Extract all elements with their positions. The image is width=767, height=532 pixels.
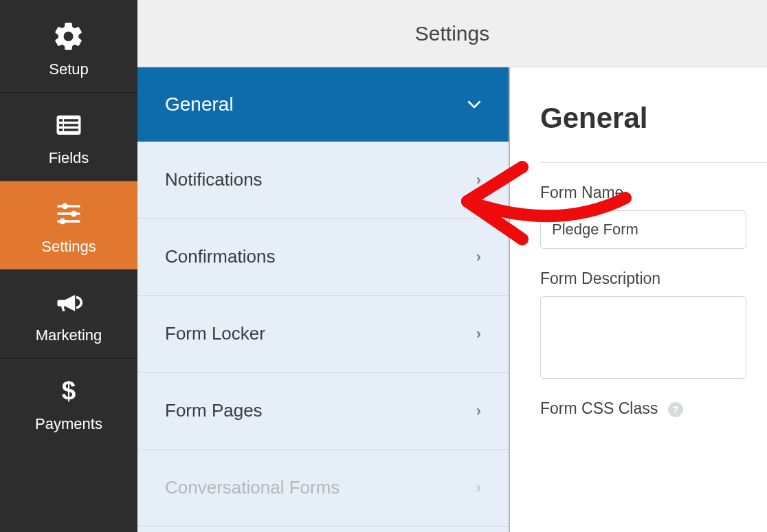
divider — [540, 162, 767, 163]
settings-item-label: Form Pages — [165, 400, 263, 421]
topbar: Settings — [137, 0, 767, 67]
chevron-right-icon: › — [476, 171, 481, 189]
settings-item-label: General — [165, 93, 234, 115]
svg-rect-1 — [59, 119, 63, 122]
sidebar-item-settings[interactable]: Settings — [0, 181, 137, 269]
sidebar-item-marketing[interactable]: Marketing — [0, 269, 137, 358]
dollar-icon: $ — [52, 374, 86, 408]
chevron-right-icon: › — [476, 248, 481, 266]
sidebar-item-setup[interactable]: Setup — [0, 0, 137, 92]
sidebar-item-payments[interactable]: $ Payments — [0, 358, 137, 447]
chevron-right-icon: › — [476, 479, 481, 497]
svg-rect-6 — [64, 129, 78, 131]
settings-item-conversational-forms[interactable]: Conversational Forms › — [137, 450, 509, 527]
field-form-name: Form Name — [540, 184, 767, 249]
settings-item-label: Form Locker — [165, 323, 265, 344]
svg-rect-4 — [64, 124, 78, 126]
svg-point-8 — [62, 203, 68, 210]
page-title: Settings — [415, 22, 489, 45]
form-description-input[interactable] — [540, 296, 746, 379]
bullhorn-icon — [52, 285, 86, 320]
chevron-right-icon: › — [476, 402, 481, 420]
form-css-class-label: Form CSS Class ? — [540, 399, 767, 418]
settings-item-notifications[interactable]: Notifications › — [137, 142, 509, 219]
sidebar-item-label: Payments — [35, 415, 102, 433]
form-name-input[interactable] — [540, 210, 746, 249]
sidebar-item-label: Settings — [41, 238, 96, 256]
svg-point-12 — [59, 219, 65, 225]
sidebar: Setup Fields Settings Marketing $ Paymen… — [0, 0, 137, 532]
gear-icon — [52, 19, 86, 54]
settings-item-form-locker[interactable]: Form Locker › — [137, 296, 509, 373]
chevron-down-icon — [467, 96, 481, 113]
form-name-label: Form Name — [540, 184, 767, 202]
svg-rect-2 — [64, 119, 78, 122]
content-heading: General — [540, 102, 767, 135]
sidebar-item-label: Marketing — [36, 326, 102, 344]
help-icon[interactable]: ? — [668, 402, 683, 417]
form-description-label: Form Description — [540, 269, 767, 288]
panels: General Notifications › Confirmations › … — [137, 67, 767, 532]
sidebar-item-label: Setup — [49, 60, 89, 78]
sliders-icon — [52, 197, 86, 231]
sidebar-item-fields[interactable]: Fields — [0, 92, 137, 181]
content-panel: General Form Name Form Description Form … — [510, 67, 767, 532]
svg-text:$: $ — [62, 377, 76, 405]
settings-item-label: Notifications — [165, 169, 263, 190]
chevron-right-icon: › — [476, 325, 481, 343]
settings-item-form-pages[interactable]: Form Pages › — [137, 373, 509, 450]
settings-item-general[interactable]: General — [137, 67, 509, 142]
settings-item-label: Confirmations — [165, 246, 275, 267]
svg-rect-5 — [59, 129, 63, 131]
form-css-class-label-text: Form CSS Class — [540, 399, 658, 417]
right-pane: Settings General Notifications › Confirm… — [137, 0, 767, 532]
settings-item-label: Conversational Forms — [165, 477, 340, 498]
settings-item-confirmations[interactable]: Confirmations › — [137, 219, 509, 296]
sidebar-item-label: Fields — [49, 149, 89, 167]
settings-submenu: General Notifications › Confirmations › … — [137, 67, 510, 532]
field-form-css-class: Form CSS Class ? — [540, 399, 767, 418]
svg-point-10 — [71, 211, 77, 217]
svg-rect-3 — [59, 124, 63, 126]
list-icon — [52, 108, 86, 142]
field-form-description: Form Description — [540, 269, 767, 379]
